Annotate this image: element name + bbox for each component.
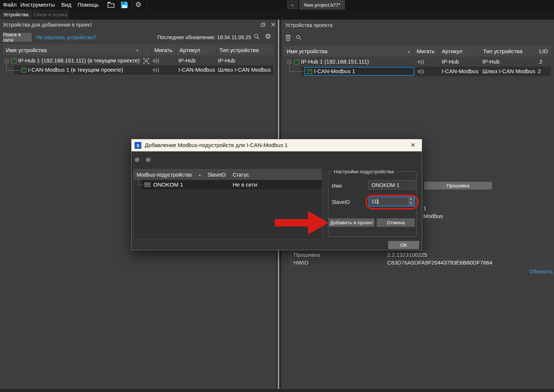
firmware-button[interactable]: Прошивка [424, 182, 492, 190]
status-strip [0, 389, 554, 392]
device-article: IP-Hub [442, 58, 459, 65]
table-row-selected[interactable]: I-CAN-Modbus 1 о)) I-CAN-Modbus Шлюз I-C… [284, 67, 551, 76]
dialog-title: Добавление Modbus-подустройств для I-CAN… [145, 142, 288, 148]
device-article: I-CAN-Modbus [442, 68, 478, 74]
subdevice-row[interactable]: ONOKOM 1 Не в сети [134, 180, 322, 190]
col-blink[interactable]: Мигать [414, 46, 439, 57]
col-article[interactable]: Артикул [177, 44, 216, 55]
menu-tools[interactable]: Инструменты [20, 1, 55, 8]
tab-links-logic[interactable]: Связи и логика [32, 10, 69, 20]
property-row-firmware[interactable]: Прошивка 2.2.1323100225 [284, 251, 553, 259]
col-type[interactable]: Тип устройства [216, 44, 273, 55]
blink-icon[interactable]: о)) [418, 59, 424, 64]
add-to-project-button[interactable]: Добавить в проект [329, 218, 375, 227]
menu-view[interactable]: Вид [61, 1, 71, 8]
panel-close-icon[interactable] [271, 23, 275, 27]
right-table-header: Имя устройства ▲ Мигать Артикул Тип устр… [284, 46, 551, 57]
device-not-found-link[interactable]: Не нашлось устройство? [36, 34, 96, 40]
dialog-close-icon[interactable]: × [411, 140, 415, 149]
device-lid: 2 [539, 58, 542, 65]
right-panel-title: Устройства проекта [285, 22, 332, 28]
col-blink-label: Мигать [417, 48, 435, 54]
dialog-titlebar[interactable]: S Добавление Modbus-подустройств для I-C… [131, 139, 422, 151]
add-subdevice-icon[interactable]: ⊕ [134, 156, 140, 164]
col-name-label: Имя устройства [6, 47, 47, 53]
dialog-app-icon: S [134, 142, 141, 149]
locate-scan-icon[interactable] [143, 58, 149, 64]
property-row-hwid[interactable]: HWID C83D76A5DFA9F20443793E6B80DF7664 [284, 259, 553, 266]
col-status[interactable]: Статус [230, 169, 322, 180]
col-lid-label: LID [539, 48, 548, 54]
blink-icon[interactable]: о)) [153, 58, 160, 63]
col-article[interactable]: Артикул [439, 46, 480, 57]
delete-device-icon[interactable] [285, 34, 291, 41]
collapse-icon[interactable] [287, 60, 291, 64]
menu-file[interactable]: Файл [3, 1, 17, 8]
settings-gear-icon[interactable]: ⚙ [135, 0, 141, 9]
new-project-tab-button[interactable]: + [287, 1, 298, 9]
open-folder-icon[interactable] [107, 1, 115, 8]
tree-guide [289, 71, 304, 72]
slaveid-label: SlaveID [332, 199, 350, 205]
col-lid[interactable]: LID [536, 46, 551, 57]
blink-icon[interactable]: о)) [418, 69, 424, 74]
menubar-separator [132, 1, 132, 8]
settings-group-title: Настройки подустройства [332, 169, 396, 174]
col-modbus-subdevice[interactable]: Modbus-подустройство ▲ [134, 169, 205, 180]
col-name[interactable]: Имя устройства ▲ [3, 44, 142, 55]
col-status-label: Статус [233, 172, 249, 178]
panel-float-icon[interactable] [261, 23, 265, 27]
property-value: 2.2.1323100225 [387, 252, 427, 258]
tree-guide [6, 70, 20, 71]
col-slaveid-label: SlaveID [208, 172, 226, 178]
tree-guide [291, 259, 291, 262]
table-row[interactable]: IP-Hub 1 (192.168.151.111) (в текущем пр… [3, 56, 273, 65]
refresh-link[interactable]: Обновить [442, 269, 553, 275]
col-name[interactable]: Имя устройства ▲ [284, 46, 414, 57]
device-icon [11, 58, 16, 63]
annotation-arrow [273, 209, 329, 236]
last-update-label: Последнее обновление: 18:34 11.09.25 [140, 34, 251, 40]
col-article-label: Артикул [179, 47, 200, 53]
name-field[interactable] [368, 180, 415, 190]
application-window: Файл Инструменты Вид Помощь ⚙ + New proj… [0, 0, 554, 392]
search-icon[interactable] [254, 34, 260, 40]
col-blink[interactable]: Мигать [151, 44, 177, 55]
save-icon[interactable] [121, 1, 128, 8]
subdevice-icon [144, 183, 150, 187]
collapse-icon[interactable] [4, 59, 8, 63]
device-type: IP-Hub [482, 58, 500, 65]
col-type-label: Тип устройства [219, 47, 259, 53]
remove-subdevice-icon[interactable]: ⊗ [146, 156, 151, 164]
table-row[interactable]: I-CAN-Modbus 1 (в текущем проекте) о)) I… [3, 65, 273, 75]
col-modbus-subdevice-label: Modbus-подустройство [137, 172, 192, 178]
property-label: Прошивка [294, 252, 320, 258]
device-type: Шлюз I-CAN Modbus [482, 68, 535, 74]
menu-help[interactable]: Помощь [78, 1, 99, 8]
search-project-icon[interactable] [296, 35, 301, 40]
col-empty[interactable] [142, 44, 151, 55]
device-name: I-CAN-Modbus 1 [314, 68, 355, 74]
menubar-separator-2 [147, 1, 147, 8]
sort-asc-icon: ▲ [407, 50, 410, 53]
blink-icon[interactable]: о)) [153, 67, 160, 72]
search-network-button[interactable]: Поиск в сети [3, 33, 32, 42]
cancel-button[interactable]: Отмена [377, 218, 415, 227]
project-tab[interactable]: New project.b77* [299, 0, 345, 10]
ok-button[interactable]: OK [388, 241, 419, 249]
property-value: C83D76A5DFA9F20443793E6B80DF7664 [387, 259, 492, 266]
sort-asc-icon: ▲ [136, 48, 139, 52]
annotation-highlight-ellipse [366, 195, 418, 209]
device-icon [294, 59, 299, 64]
name-label: Имя [332, 183, 342, 189]
tree-guide [291, 262, 293, 263]
subdevice-name: ONOKOM 1 [153, 181, 183, 188]
tab-devices[interactable]: Устройства [0, 10, 32, 20]
property-label: HWID [294, 259, 308, 266]
col-slaveid[interactable]: SlaveID [205, 169, 230, 180]
device-name: IP-Hub 1 (192.168.151.111) [301, 58, 369, 65]
col-type[interactable]: Тип устройства [480, 46, 536, 57]
table-row[interactable]: IP-Hub 1 (192.168.151.111) о)) IP-Hub IP… [284, 57, 551, 67]
panel-gear-icon[interactable]: ⚙ [265, 32, 271, 41]
device-name: I-CAN-Modbus 1 (в текущем проекте) [28, 67, 123, 73]
